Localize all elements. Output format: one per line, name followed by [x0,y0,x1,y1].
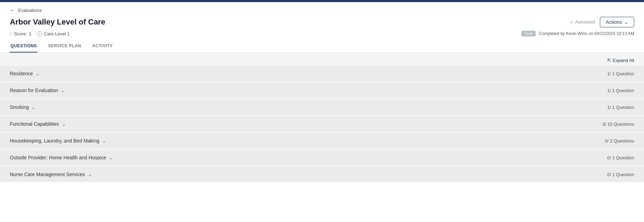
section-row[interactable]: Reason for Evaluation ⌄ 1/ 1 Question [0,83,644,98]
section-row[interactable]: Housekeeping, Laundry, and Bed Making ⌄ … [0,133,644,148]
actions-button[interactable]: Actions ⌄ [600,17,634,27]
section-count: 3/ 15 Questions [602,122,634,127]
expand-all-label: Expand All [613,58,634,63]
page-container: ← Evaluations Arbor Valley Level of Care… [0,2,644,222]
completed-text: Completed by Kevin Winn on 04/22/2024 10… [539,31,634,36]
page-title: Arbor Valley Level of Care [10,18,105,27]
section-label: Reason for Evaluation [10,88,58,93]
chevron-down-icon: ⌄ [36,71,40,76]
actions-chevron-icon: ⌄ [624,19,628,25]
section-count: 0/ 2 Questions [605,138,634,144]
score-icon: □ [10,32,12,36]
score-value: 1 [29,31,31,36]
check-icon: ✓ [570,20,574,25]
section-row[interactable]: Residence ⌄ 1/ 1 Question [0,66,644,81]
section-count: 1/ 1 Question [607,105,634,110]
header-right: ✓ Autosaved Actions ⌄ [570,17,634,27]
section-left: Nurse Care Management Services ⌄ [10,172,92,177]
meta-left: □ Score: 1 i Care Level 1 [10,31,70,36]
chevron-down-icon: ⌄ [88,172,92,177]
section-label: Nurse Care Management Services [10,172,85,177]
section-label: Housekeeping, Laundry, and Bed Making [10,138,99,144]
care-level-label: Care Level 1 [44,31,70,36]
meta-row: □ Score: 1 i Care Level 1 Draft Complete… [0,30,644,40]
section-label: Residence [10,71,33,76]
chevron-down-icon: ⌄ [102,138,106,144]
section-count: 0/ 1 Question [607,172,634,177]
section-left: Residence ⌄ [10,71,40,76]
back-arrow[interactable]: ← [10,7,15,13]
autosaved-label: Autosaved [575,20,595,25]
section-row[interactable]: Functional Capabilities ⌄ 3/ 15 Question… [0,116,644,132]
tabs-row: QUESTIONS SERVICE PLAN ACTIVITY [0,40,644,53]
score-badge: □ Score: 1 [10,31,31,36]
section-row[interactable]: Smoking ⌄ 1/ 1 Question [0,99,644,115]
section-count: 0/ 1 Question [607,155,634,160]
tab-activity[interactable]: ACTIVITY [92,40,114,53]
content-area: ⇱ Expand All Residence ⌄ 1/ 1 Question R… [0,53,644,182]
autosaved-text: ✓ Autosaved [570,20,595,25]
section-label: Smoking [10,104,29,110]
section-left: Smoking ⌄ [10,104,35,110]
expand-all-button[interactable]: ⇱ Expand All [607,58,634,63]
expand-all-icon: ⇱ [607,58,611,63]
breadcrumb-row: ← Evaluations [0,2,644,15]
header-row: Arbor Valley Level of Care ✓ Autosaved A… [0,15,644,30]
info-icon: i [37,31,42,36]
care-level-badge: i Care Level 1 [37,31,70,36]
draft-badge: Draft [522,31,536,36]
section-label: Outside Provider: Home Health and Hospic… [10,155,106,160]
tab-questions[interactable]: QUESTIONS [10,40,37,53]
chevron-down-icon: ⌄ [31,105,35,110]
chevron-down-icon: ⌄ [109,155,113,160]
tab-service-plan[interactable]: SERVICE PLAN [47,40,82,53]
section-left: Reason for Evaluation ⌄ [10,88,65,93]
chevron-down-icon: ⌄ [62,122,66,127]
breadcrumb-label[interactable]: Evaluations [18,8,42,13]
section-left: Outside Provider: Home Health and Hospic… [10,155,113,160]
actions-label: Actions [606,19,622,25]
section-row[interactable]: Nurse Care Management Services ⌄ 0/ 1 Qu… [0,167,644,182]
section-count: 1/ 1 Question [607,71,634,76]
score-label: Score: [14,31,27,36]
section-left: Housekeeping, Laundry, and Bed Making ⌄ [10,138,106,144]
sections-list: Residence ⌄ 1/ 1 Question Reason for Eva… [0,66,644,182]
section-left: Functional Capabilities ⌄ [10,121,66,127]
meta-right: Draft Completed by Kevin Winn on 04/22/2… [522,31,634,36]
toolbar-row: ⇱ Expand All [0,58,644,66]
section-row[interactable]: Outside Provider: Home Health and Hospic… [0,150,644,165]
section-label: Functional Capabilities [10,121,59,127]
chevron-down-icon: ⌄ [61,88,65,93]
section-count: 1/ 1 Question [607,88,634,93]
